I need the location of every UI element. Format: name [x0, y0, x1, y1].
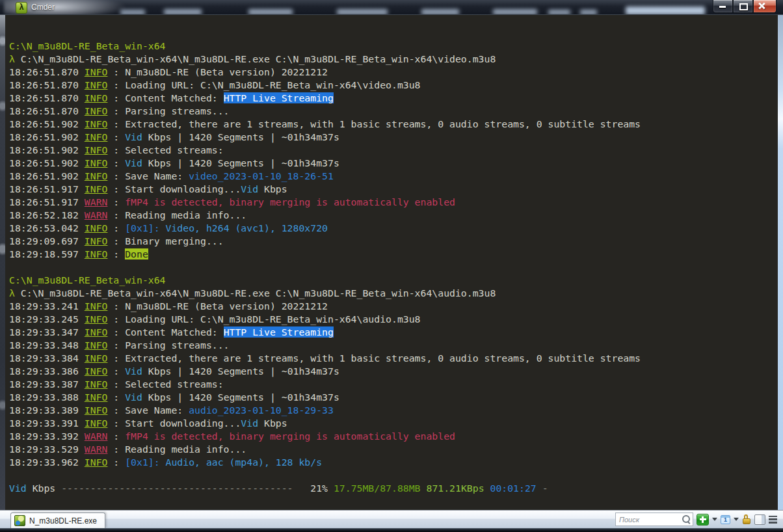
terminal-line: 18:29:33.241 INFO : N_m3u8DL-RE (Beta ve… [9, 300, 778, 313]
window-title: Cmder [31, 3, 55, 12]
titlebar-ghost [421, 9, 459, 15]
terminal-line: Vid Kbps -------------------------------… [9, 482, 778, 495]
terminal-line: λ C:\N_m3u8DL-RE_Beta_win-x64\N_m3u8DL-R… [9, 53, 778, 66]
terminal-line: 18:26:53.042 INFO : [0x1]: Video, h264 (… [9, 222, 778, 235]
search-box [615, 512, 693, 526]
terminal-line: 18:29:33.388 INFO : Vid Kbps | 1420 Segm… [9, 391, 778, 404]
console-list-dropdown-icon[interactable] [734, 518, 739, 521]
titlebar-ghost [164, 9, 202, 15]
plus-icon [702, 516, 704, 523]
terminal-line: 18:29:33.386 INFO : Vid Kbps | 1420 Segm… [9, 365, 778, 378]
titlebar-ghost [120, 10, 145, 15]
terminal-line: 18:29:33.347 INFO : Content Matched: HTT… [9, 326, 778, 339]
terminal-line: 18:29:33.391 INFO : Start downloading...… [9, 417, 778, 430]
new-console-dropdown-icon[interactable] [712, 518, 717, 521]
titlebar-ghost [626, 7, 705, 15]
console-tab[interactable]: N_m3u8DL-RE.exe [10, 512, 105, 528]
terminal-line: 18:29:33.348 INFO : Parsing streams... [9, 339, 778, 352]
terminal-line: 18:29:18.597 INFO : Done [9, 248, 778, 261]
terminal-line: 18:29:33.389 INFO : Save Name: audio_202… [9, 404, 778, 417]
terminal-line: 18:26:51.870 INFO : N_m3u8DL-RE (Beta ve… [9, 66, 778, 79]
terminal-line: 18:29:09.697 INFO : Binary merging... [9, 235, 778, 248]
titlebar-ghost [493, 9, 537, 15]
titlebar-ghost [337, 9, 388, 15]
terminal-line: 18:26:51.902 INFO : Selected streams: [9, 144, 778, 157]
terminal-line: 18:26:51.902 INFO : Extracted, there are… [9, 118, 778, 131]
maximize-button[interactable] [733, 0, 753, 13]
lambda-app-icon: λ [16, 2, 27, 14]
lock-icon[interactable] [742, 514, 751, 525]
exe-tab-icon [14, 515, 25, 526]
window-controls [713, 0, 776, 13]
minimize-button[interactable] [713, 0, 733, 13]
terminal-line: 18:26:51.902 INFO : Save Name: video_202… [9, 170, 778, 183]
terminal-line: 18:29:33.384 INFO : Extracted, there are… [9, 352, 778, 365]
terminal-line: 18:26:51.902 INFO : Vid Kbps | 1420 Segm… [9, 131, 778, 144]
search-input[interactable] [616, 514, 693, 526]
terminal-line: C:\N_m3u8DL-RE_Beta_win-x64 [9, 274, 778, 287]
terminal-line: 18:29:33.387 INFO : Selected streams: [9, 378, 778, 391]
titlebar-ghost [248, 9, 293, 15]
minimize-icon [719, 6, 726, 8]
statusbar: N_m3u8DL-RE.exe 1 [0, 510, 783, 528]
titlebar[interactable]: λ Cmder [0, 0, 783, 15]
terminal-line: 18:26:51.870 INFO : Parsing streams... [9, 105, 778, 118]
new-console-button[interactable] [697, 514, 709, 525]
terminal-line: 18:26:52.182 WARN : Reading media info..… [9, 209, 778, 222]
terminal-line: C:\N_m3u8DL-RE_Beta_win-x64 [9, 40, 778, 53]
search-icon[interactable] [682, 515, 690, 523]
active-console-button[interactable]: 1 [721, 515, 730, 524]
terminal-line: 18:26:51.917 WARN : fMP4 is detected, bi… [9, 196, 778, 209]
view-toggle-icon[interactable] [754, 514, 765, 525]
terminal-line: 18:26:51.870 INFO : Content Matched: HTT… [9, 92, 778, 105]
terminal-line: 18:29:33.962 INFO : [0x1]: Audio, aac (m… [9, 456, 778, 469]
terminal-line: 18:29:33.392 WARN : fMP4 is detected, bi… [9, 430, 778, 443]
terminal-line: 18:26:51.870 INFO : Loading URL: C:\N_m3… [9, 79, 778, 92]
tab-label: N_m3u8DL-RE.exe [29, 516, 97, 525]
terminal-output[interactable]: C:\N_m3u8DL-RE_Beta_win-x64λ C:\N_m3u8DL… [5, 15, 778, 510]
terminal-line: 18:26:51.902 INFO : Vid Kbps | 1420 Segm… [9, 157, 778, 170]
close-button[interactable] [753, 0, 776, 13]
left-glass-border [0, 15, 5, 510]
window-body: C:\N_m3u8DL-RE_Beta_win-x64λ C:\N_m3u8DL… [0, 15, 783, 510]
cmder-window: λ Cmder C:\N_m3u8DL-RE_Beta_win-x64λ C:\… [0, 0, 783, 532]
terminal-line [9, 261, 778, 274]
statusbar-controls: 1 [615, 511, 783, 528]
bottom-window-edge [0, 528, 783, 532]
menu-icon[interactable] [769, 516, 777, 524]
terminal-line: 18:29:33.529 WARN : Reading media info..… [9, 443, 778, 456]
terminal-line: 18:26:51.917 INFO : Start downloading...… [9, 183, 778, 196]
right-glass-border [778, 15, 783, 510]
terminal-line: 18:29:33.245 INFO : Loading URL: C:\N_m3… [9, 313, 778, 326]
titlebar-ghost [548, 10, 570, 15]
terminal-line: λ C:\N_m3u8DL-RE_Beta_win-x64\N_m3u8DL-R… [9, 287, 778, 300]
titlebar-ghost [580, 10, 597, 15]
terminal-line [9, 469, 778, 482]
maximize-icon [739, 3, 748, 10]
